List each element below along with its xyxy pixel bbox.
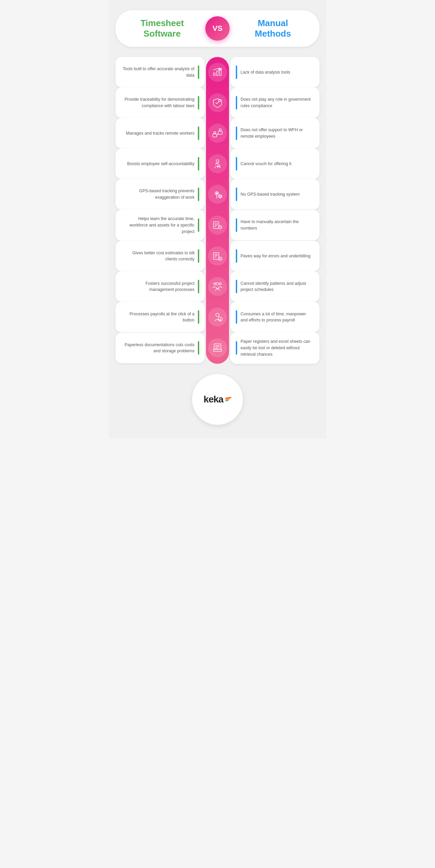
svg-point-34 <box>216 282 219 285</box>
right-card-8: Cannot identify patterns and adjust proj… <box>230 271 319 302</box>
left-card-9: Processes payrolls at the click of a but… <box>116 302 205 332</box>
icon-circle-7: $ <box>208 246 227 265</box>
left-text-8: Fosters successful project management pr… <box>121 280 194 293</box>
right-bar-9 <box>236 310 237 324</box>
header-right: Manual Methods <box>236 18 309 39</box>
left-bar-5 <box>198 188 199 201</box>
right-bar-2 <box>236 96 237 110</box>
keka-spark <box>225 397 231 401</box>
center-icon-5 <box>206 183 229 206</box>
center-icon-3 <box>206 122 229 145</box>
right-bar-7 <box>236 249 237 263</box>
right-text-5: No GPS-based tracking system <box>241 191 299 198</box>
svg-point-38 <box>216 313 219 317</box>
comparison-row-6: Helps learn the accurate time, workforce… <box>116 210 319 241</box>
footer: keka <box>116 374 319 425</box>
right-text-9: Consumes a lot of time, manpower and eff… <box>241 311 314 324</box>
right-bar-6 <box>236 218 237 232</box>
right-card-4: Cannot vouch for offering it <box>230 149 319 179</box>
right-text-8: Cannot identify patterns and adjust proj… <box>241 280 314 293</box>
right-bar-5 <box>236 188 237 201</box>
left-card-1: Tools built to offer accurate analysis o… <box>116 57 205 87</box>
right-card-10: Paper registers and excel sheets can eas… <box>230 332 319 363</box>
svg-point-10 <box>219 129 221 131</box>
svg-point-35 <box>214 283 216 285</box>
icon-circle-1 <box>208 63 227 82</box>
svg-text:$: $ <box>220 318 221 321</box>
comparison-row-5: GPS-based tracking prevents exaggeration… <box>116 179 319 210</box>
rows-container: Tools built to offer accurate analysis o… <box>116 57 319 364</box>
spark-3 <box>225 400 229 401</box>
left-card-8: Fosters successful project management pr… <box>116 271 205 302</box>
left-bar-2 <box>198 96 199 110</box>
right-text-1: Lack of data analysis tools <box>241 69 290 76</box>
icon-circle-8 <box>208 277 227 296</box>
comparison-row-1: Tools built to offer accurate analysis o… <box>116 57 319 87</box>
icon-circle-10 <box>208 338 227 357</box>
comparison-row-3: Manages and tracks remote workers Does n… <box>116 118 319 149</box>
timesheet-software-title: Timesheet Software <box>126 18 199 39</box>
right-text-7: Paves way for errors and underbilling <box>241 253 310 259</box>
footer-circle: keka <box>192 374 243 425</box>
center-icon-7: $ <box>206 244 229 268</box>
svg-rect-1 <box>216 71 218 76</box>
center-icon-4 <box>206 152 229 175</box>
page-wrapper: Timesheet Software VS Manual Methods Too… <box>109 0 326 438</box>
right-text-3: Does not offer support to WFH or remote … <box>241 127 314 140</box>
svg-line-14 <box>218 166 218 168</box>
comparison-row-8: Fosters successful project management pr… <box>116 271 319 302</box>
svg-point-6 <box>219 100 221 102</box>
right-bar-3 <box>236 126 237 140</box>
right-card-1: Lack of data analysis tools <box>230 57 319 87</box>
left-bar-7 <box>198 249 199 263</box>
svg-line-27 <box>220 227 221 228</box>
svg-point-17 <box>216 193 218 194</box>
left-bar-8 <box>198 280 199 293</box>
svg-point-8 <box>214 132 216 134</box>
svg-rect-28 <box>213 253 219 259</box>
vs-label: VS <box>212 24 222 33</box>
left-bar-6 <box>198 218 199 232</box>
svg-line-4 <box>220 68 222 69</box>
right-bar-4 <box>236 157 237 171</box>
comparison-row-10: Paperless documentations cuts costs and … <box>116 332 319 363</box>
manual-methods-title: Manual Methods <box>236 18 309 39</box>
left-text-5: GPS-based tracking prevents exaggeration… <box>121 188 194 201</box>
icon-circle-3 <box>208 124 227 143</box>
center-icon-1 <box>206 61 229 84</box>
left-bar-10 <box>198 341 199 355</box>
comparison-row-4: Boosts employee self-accountability Cann… <box>116 149 319 179</box>
comparison-row-2: Provide traceability for demonstrating c… <box>116 87 319 118</box>
left-text-10: Paperless documentations cuts costs and … <box>121 342 194 355</box>
left-card-6: Helps learn the accurate time, workforce… <box>116 210 205 241</box>
left-card-4: Boosts employee self-accountability <box>116 149 205 179</box>
header-left: Timesheet Software <box>126 18 199 39</box>
right-card-3: Does not offer support to WFH or remote … <box>230 118 319 149</box>
vs-circle: VS <box>205 16 230 41</box>
left-bar-1 <box>198 65 199 79</box>
svg-rect-9 <box>218 131 222 134</box>
right-text-6: Have to manually ascertain the numbers <box>241 219 314 232</box>
left-card-7: Gives better cost estimates to bill clie… <box>116 241 205 271</box>
right-bar-1 <box>236 65 237 79</box>
right-card-6: Have to manually ascertain the numbers <box>230 210 319 240</box>
right-bar-8 <box>236 280 237 293</box>
left-text-1: Tools built to offer accurate analysis o… <box>121 66 194 79</box>
left-card-10: Paperless documentations cuts costs and … <box>116 333 205 363</box>
right-bar-10 <box>236 341 237 355</box>
center-icon-6 <box>206 214 229 237</box>
left-text-2: Provide traceability for demonstrating c… <box>121 96 194 109</box>
right-text-10: Paper registers and excel sheets can eas… <box>241 338 314 357</box>
right-card-5: No GPS-based tracking system <box>230 179 319 210</box>
right-text-2: Does not play any role in government rul… <box>241 96 314 109</box>
left-text-9: Processes payrolls at the click of a but… <box>121 311 194 324</box>
center-icon-2 <box>206 91 229 114</box>
svg-rect-7 <box>213 134 217 137</box>
center-icon-9: $ <box>206 305 229 329</box>
left-card-3: Manages and tracks remote workers <box>116 118 205 149</box>
icon-circle-6 <box>208 216 227 235</box>
icon-circle-4 <box>208 154 227 173</box>
left-bar-9 <box>198 310 199 324</box>
left-text-6: Helps learn the accurate time, workforce… <box>121 216 194 235</box>
svg-point-36 <box>219 283 221 285</box>
